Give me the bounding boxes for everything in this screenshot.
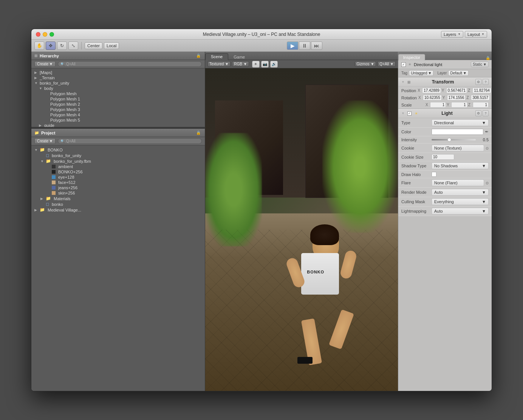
list-item[interactable]: ◻ bonko_for_unity bbox=[31, 153, 205, 158]
drawhalo-checkbox[interactable] bbox=[432, 172, 436, 177]
list-item[interactable]: ▼ body bbox=[31, 86, 205, 91]
3d-viewport[interactable]: BONKO bbox=[205, 68, 398, 391]
move-tool-button[interactable]: ✥ bbox=[46, 42, 56, 50]
list-item[interactable]: Polygon Mesh 3 bbox=[31, 107, 205, 112]
layer-dropdown[interactable]: Default ▼ bbox=[448, 70, 469, 76]
search-icon: 🔍 bbox=[60, 139, 65, 143]
object-active-checkbox[interactable]: ✓ bbox=[401, 62, 406, 67]
rendermode-dropdown[interactable]: Auto ▼ bbox=[432, 189, 489, 196]
texture-icon bbox=[52, 191, 56, 195]
color-swatch[interactable] bbox=[432, 129, 483, 135]
center-pivot-dropdown[interactable]: Center bbox=[85, 42, 102, 49]
list-item[interactable]: Polygon Mesh 4 bbox=[31, 112, 205, 117]
light-header[interactable]: ▼ ✓ ☀ Light ⚙ ? bbox=[398, 109, 492, 118]
intensity-number[interactable]: 0.5 bbox=[477, 137, 489, 142]
rotation-z-input[interactable]: 308.5157 bbox=[471, 95, 490, 100]
play-button[interactable]: ▶ bbox=[287, 42, 298, 50]
list-item[interactable]: Polygon Mesh 5 bbox=[31, 117, 205, 123]
center-panel: Scene Game Textured ▼ RGB ▼ ☀ 📷 bbox=[205, 52, 398, 391]
list-item[interactable]: Polygon Mesh 1 bbox=[31, 96, 205, 102]
transform-help-icon[interactable]: ? bbox=[483, 79, 489, 85]
list-item[interactable]: ▶ 📁 Medieval Village... bbox=[31, 207, 205, 213]
transform-header[interactable]: ▼ ⊞ Transform ⚙ ? bbox=[398, 77, 492, 87]
static-button[interactable]: Static ▼ bbox=[471, 62, 489, 67]
maximize-button[interactable] bbox=[50, 32, 54, 37]
light-help-icon[interactable]: ? bbox=[483, 110, 489, 116]
gizmos-dropdown[interactable]: Gizmos ▼ bbox=[355, 61, 376, 67]
position-y-input[interactable]: 0.5674671 bbox=[446, 88, 467, 93]
position-z-input[interactable]: 11.82764 bbox=[472, 88, 491, 93]
list-item[interactable]: ▼ 📁 bonko_for_unity.fbm bbox=[31, 158, 205, 164]
inspector-lock[interactable]: 🔒 bbox=[486, 56, 492, 60]
hand-tool-button[interactable]: ✋ bbox=[34, 42, 44, 50]
flare-dropdown[interactable]: None (Flare) bbox=[432, 179, 484, 186]
screenshot-btn[interactable]: 📷 bbox=[261, 61, 269, 68]
tab-scene[interactable]: Scene bbox=[205, 53, 228, 60]
cookie-dropdown[interactable]: None (Texture) bbox=[432, 145, 484, 151]
hierarchy-create-button[interactable]: Create ▼ bbox=[34, 61, 56, 67]
list-item[interactable]: eye+128 bbox=[31, 174, 205, 180]
scale-tool-button[interactable]: ⤡ bbox=[68, 42, 78, 50]
step-button[interactable]: ⏭ bbox=[311, 42, 322, 50]
audio-btn[interactable]: 🔊 bbox=[270, 61, 278, 68]
list-item[interactable]: BONKO+256 bbox=[31, 169, 205, 174]
transform-settings-icon[interactable]: ⚙ bbox=[475, 79, 481, 85]
list-item[interactable]: ▼ bonko_for_unity bbox=[31, 80, 205, 86]
rotation-y-input[interactable]: 174.1556 bbox=[447, 95, 466, 100]
scale-x-input[interactable]: 1 bbox=[430, 102, 446, 108]
intensity-thumb[interactable] bbox=[447, 138, 451, 142]
list-item[interactable]: ▼ 📁 BONKO bbox=[31, 147, 205, 153]
cullingmask-dropdown[interactable]: Everything ▼ bbox=[432, 198, 489, 205]
list-item[interactable]: Polygon Mesh bbox=[31, 91, 205, 96]
list-item[interactable]: Polygon Mesh 2 bbox=[31, 102, 205, 107]
minimize-button[interactable] bbox=[43, 32, 47, 37]
list-item[interactable]: jeans+256 bbox=[31, 185, 205, 190]
light-sun-icon: ☀ bbox=[415, 111, 418, 116]
tab-inspector[interactable]: Inspector bbox=[398, 54, 425, 60]
intensity-slider[interactable] bbox=[432, 139, 476, 141]
list-item[interactable]: skin+256 bbox=[31, 190, 205, 196]
shading-dropdown[interactable]: Textured ▼ bbox=[207, 61, 231, 67]
layers-filter-dropdown[interactable]: Q+All ▼ bbox=[378, 61, 396, 67]
project-search[interactable]: 🔍 Q+All bbox=[58, 138, 202, 144]
cookiesize-input[interactable]: 10 bbox=[432, 154, 454, 160]
local-pivot-dropdown[interactable]: Local bbox=[104, 42, 119, 49]
scale-y-input[interactable]: 1 bbox=[451, 102, 467, 108]
shadowtype-dropdown[interactable]: No Shadows ▼ bbox=[432, 162, 489, 169]
lighting-toggle[interactable]: ☀ bbox=[252, 61, 260, 68]
transform-collapse-arrow: ▼ bbox=[401, 80, 405, 84]
position-z-field: Z 11.82764 bbox=[468, 88, 491, 93]
list-item[interactable]: ▶ [Maps] bbox=[31, 70, 205, 75]
object-name[interactable]: Directional light bbox=[414, 62, 469, 67]
project-create-button[interactable]: Create ▼ bbox=[34, 138, 56, 144]
rotation-x-input[interactable]: 10.62355 bbox=[423, 95, 442, 100]
list-item[interactable]: ▶ 📁 Materials bbox=[31, 196, 205, 201]
lightmapping-label: Lightmapping bbox=[401, 209, 432, 213]
list-item[interactable]: ▶ _Terrain bbox=[31, 75, 205, 80]
light-type-row: Type Directional ▼ bbox=[398, 118, 492, 128]
lightmapping-dropdown[interactable]: Auto ▼ bbox=[432, 208, 489, 215]
close-button[interactable] bbox=[36, 32, 40, 37]
foliage-right bbox=[322, 100, 398, 233]
project-lock-icon[interactable]: 🔒 bbox=[195, 130, 202, 135]
list-item[interactable]: face+512 bbox=[31, 180, 205, 185]
scale-z-field: Z 1 bbox=[468, 102, 489, 108]
hierarchy-search[interactable]: 🔍 Q+All bbox=[58, 61, 202, 67]
light-enabled-checkbox[interactable]: ✓ bbox=[407, 111, 412, 116]
rotate-tool-button[interactable]: ↻ bbox=[57, 42, 67, 50]
light-settings-icon[interactable]: ⚙ bbox=[475, 110, 481, 116]
layout-dropdown[interactable]: Layout ▼ bbox=[465, 31, 487, 38]
rgb-dropdown[interactable]: RGB ▼ bbox=[232, 61, 249, 67]
layers-dropdown[interactable]: Layers ▼ bbox=[441, 31, 463, 38]
scale-z-input[interactable]: 1 bbox=[473, 102, 489, 108]
hierarchy-lock-icon[interactable]: 🔒 bbox=[195, 53, 202, 58]
eyedropper-icon[interactable]: ✒ bbox=[485, 129, 489, 134]
position-x-input[interactable]: 17.42889 bbox=[422, 88, 441, 93]
pause-button[interactable]: ⏸ bbox=[299, 42, 310, 50]
tab-game[interactable]: Game bbox=[228, 54, 250, 60]
type-dropdown[interactable]: Directional ▼ bbox=[432, 119, 489, 126]
tag-dropdown[interactable]: Untagged ▼ bbox=[409, 70, 433, 76]
list-item[interactable]: ▶ guide bbox=[31, 123, 205, 127]
list-item[interactable]: ◻ bonko bbox=[31, 201, 205, 207]
list-item[interactable]: ambient bbox=[31, 164, 205, 169]
